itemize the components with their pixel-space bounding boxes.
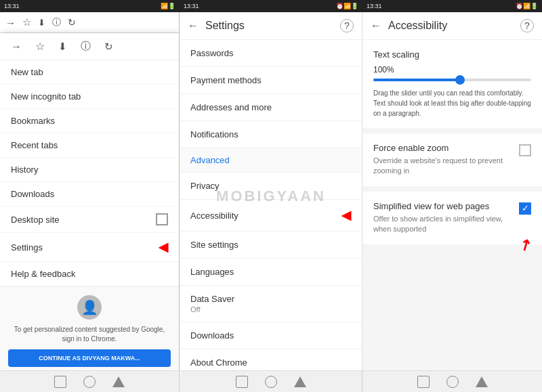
menu-item-desktopsite[interactable]: Desktop site — [0, 206, 179, 233]
menu-item-downloads[interactable]: Downloads — [0, 182, 179, 206]
settings-item-passwords[interactable]: Passwords — [180, 40, 362, 67]
menu-item-history[interactable]: History — [0, 158, 179, 182]
simplified-view-text: Simplified view for web pages Offer to s… — [373, 201, 519, 235]
nav-section-2 — [180, 371, 362, 392]
accessibility-title: Accessibility — [388, 20, 514, 32]
settings-item-addresses[interactable]: Addresses and more — [180, 94, 362, 121]
nav-triangle-btn-1[interactable] — [112, 376, 125, 387]
settings-header: ← Settings ? — [180, 12, 362, 40]
settings-item-advanced: Advanced — [180, 148, 362, 173]
slider-hint: Drag the slider until you can read this … — [373, 88, 531, 118]
simplified-view-checkbox[interactable]: ✓ — [519, 202, 531, 215]
nav-square-btn-1[interactable] — [54, 376, 66, 388]
text-scaling-title: Text scaling — [373, 49, 531, 60]
settings-back-icon[interactable]: ← — [188, 20, 199, 32]
settings-item-aboutchrome[interactable]: About Chrome — [180, 349, 362, 370]
settings-title: Settings — [205, 20, 333, 32]
force-zoom-desc: Override a website's request to prevent … — [373, 156, 511, 177]
status-time-1: 13:31 — [4, 3, 20, 9]
panel-accessibility: ← Accessibility ? Text scaling 100% Drag… — [362, 12, 542, 370]
avatar: 👤 — [77, 295, 102, 320]
status-bar-panel1: 13:31 📶🔋 — [0, 0, 180, 12]
simplified-view-title: Simplified view for web pages — [373, 201, 511, 211]
menu-item-recenttabs[interactable]: Recent tabs — [0, 133, 179, 158]
nav-triangle-btn-2[interactable] — [294, 376, 306, 387]
nav-triangle-btn-3[interactable] — [476, 376, 488, 387]
menu-download-icon[interactable]: ⬇ — [58, 41, 67, 53]
settings-item-downloads[interactable]: Downloads — [180, 322, 362, 349]
slider-value: 100% — [373, 65, 531, 74]
continue-button[interactable]: CONTINUE AS DIVYANG MAKWA... — [8, 349, 171, 367]
status-icons-2: ⏰📶🔋 — [336, 3, 358, 9]
nav-section-3 — [362, 371, 542, 392]
signin-text: To get personalized content suggested by… — [8, 325, 171, 344]
status-time-2: 13:31 — [184, 3, 199, 9]
nav-square-btn-2[interactable] — [236, 376, 248, 388]
download-icon[interactable]: ⬇ — [38, 18, 45, 28]
settings-list: Passwords Payment methods Addresses and … — [180, 40, 362, 370]
menu-item-bookmarks[interactable]: Bookmarks — [0, 109, 179, 133]
desktop-site-checkbox[interactable] — [156, 213, 168, 225]
force-zoom-title: Force enable zoom — [373, 143, 511, 153]
info-icon[interactable]: ⓘ — [52, 16, 61, 28]
menu-bookmark-icon[interactable]: ☆ — [35, 40, 45, 53]
datasaver-sub: Off — [190, 305, 351, 313]
settings-help-icon[interactable]: ? — [340, 19, 354, 32]
nav-section-1 — [0, 371, 180, 392]
slider-thumb[interactable] — [455, 75, 465, 85]
signin-section: 👤 To get personalized content suggested … — [0, 286, 179, 370]
bookmark-icon[interactable]: ☆ — [22, 16, 31, 28]
dropdown-top-icons: → ☆ ⬇ ⓘ ↻ — [0, 33, 179, 60]
settings-red-arrow: ◀ — [159, 240, 168, 255]
settings-item-accessibility[interactable]: Accessibility ◀ — [180, 200, 362, 232]
menu-item-settings[interactable]: Settings ◀ — [0, 233, 179, 262]
simplified-view-section: Simplified view for web pages Offer to s… — [362, 192, 542, 244]
panel-browser: → ☆ ⬇ ⓘ ↻ Search or W Wikipedia, t... F … — [0, 12, 180, 370]
accessibility-help-icon[interactable]: ? — [520, 19, 534, 32]
nav-bar — [0, 370, 542, 392]
menu-item-incognito[interactable]: New incognito tab — [0, 85, 179, 109]
menu-item-help[interactable]: Help & feedback — [0, 262, 179, 286]
force-zoom-section: Force enable zoom Override a website's r… — [362, 133, 542, 186]
status-time-3: 13:31 — [367, 3, 382, 9]
settings-item-datasaver[interactable]: Data Saver Off — [180, 286, 362, 322]
nav-forward-icon[interactable]: → — [5, 17, 16, 28]
settings-item-sitesettings[interactable]: Site settings — [180, 232, 362, 259]
slider-fill — [373, 79, 460, 81]
slider-container[interactable] — [373, 79, 531, 81]
refresh-icon[interactable]: ↻ — [68, 17, 76, 28]
status-icons-1: 📶🔋 — [161, 3, 175, 9]
settings-item-privacy[interactable]: Privacy — [180, 173, 362, 200]
simplified-view-desc: Offer to show articles in simplified vie… — [373, 214, 511, 235]
settings-item-payment[interactable]: Payment methods — [180, 67, 362, 94]
accessibility-back-icon[interactable]: ← — [371, 20, 381, 32]
settings-item-notifications[interactable]: Notifications — [180, 121, 362, 148]
status-bar-panel2: 13:31 ⏰📶🔋 — [180, 0, 362, 12]
menu-info-icon[interactable]: ⓘ — [81, 40, 91, 53]
menu-item-newtab[interactable]: New tab — [0, 60, 179, 85]
status-bar-panel3: 13:31 ⏰📶🔋 — [362, 0, 542, 12]
accessibility-content: Text scaling 100% Drag the slider until … — [362, 40, 542, 370]
nav-circle-btn-3[interactable] — [446, 376, 459, 388]
nav-circle-btn-1[interactable] — [83, 376, 96, 388]
force-zoom-text: Force enable zoom Override a website's r… — [373, 143, 519, 177]
accessibility-header: ← Accessibility ? — [362, 12, 542, 40]
status-icons-3: ⏰📶🔋 — [516, 3, 538, 9]
settings-item-languages[interactable]: Languages — [180, 259, 362, 286]
text-scaling-section: Text scaling 100% Drag the slider until … — [362, 40, 542, 128]
menu-refresh-icon[interactable]: ↻ — [104, 41, 113, 53]
panel-settings: ← Settings ? Passwords Payment methods A… — [180, 12, 362, 370]
browser-toolbar: → ☆ ⬇ ⓘ ↻ — [0, 12, 179, 33]
force-zoom-checkbox[interactable] — [519, 144, 531, 156]
nav-circle-btn-2[interactable] — [265, 376, 277, 388]
dropdown-menu: → ☆ ⬇ ⓘ ↻ New tab New incognito tab Book… — [0, 33, 179, 370]
accessibility-red-arrow: ◀ — [341, 208, 351, 223]
menu-forward-icon[interactable]: → — [11, 41, 22, 53]
nav-square-btn-3[interactable] — [417, 376, 430, 388]
